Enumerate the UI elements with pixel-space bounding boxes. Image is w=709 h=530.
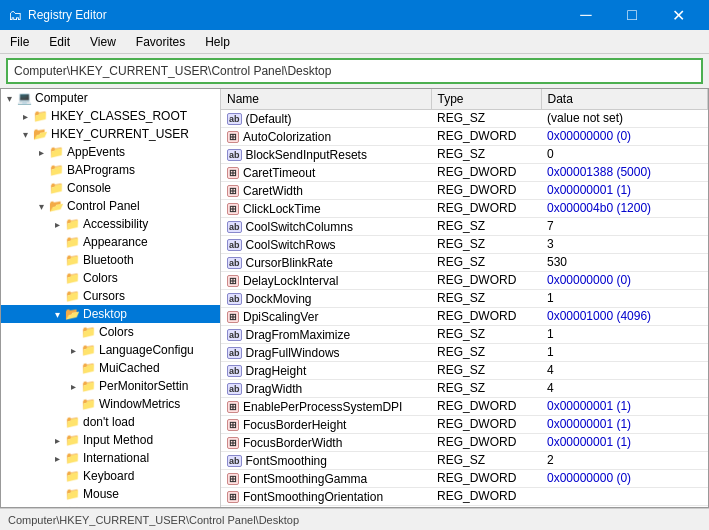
table-row[interactable]: ab FontSmoothingREG_SZ2 [221,451,708,469]
tree-node-windowmetrics[interactable]: 📁WindowMetrics [1,395,220,413]
table-row[interactable]: ab CoolSwitchRowsREG_SZ3 [221,235,708,253]
tree-node-cursors[interactable]: 📁Cursors [1,287,220,305]
tree-toggle[interactable]: ▸ [49,435,65,446]
menu-item-edit[interactable]: Edit [39,30,80,53]
menu-item-view[interactable]: View [80,30,126,53]
table-row[interactable]: ⊞ ClickLockTimeREG_DWORD0x000004b0 (1200… [221,199,708,217]
tree-node-controlpanel[interactable]: ▾📂Control Panel [1,197,220,215]
menu-item-help[interactable]: Help [195,30,240,53]
folder-icon: 📁 [33,109,48,123]
tree-node-keyboard[interactable]: 📁Keyboard [1,467,220,485]
tree-panel: ▾💻Computer▸📁HKEY_CLASSES_ROOT▾📂HKEY_CURR… [1,89,221,507]
bin-icon: ⊞ [227,401,239,413]
close-button[interactable]: ✕ [655,0,701,30]
folder-icon: 📂 [49,199,64,213]
folder-icon: 📁 [65,433,80,447]
tree-node-permonitorsetting[interactable]: ▸📁PerMonitorSettin [1,377,220,395]
tree-node-label: Desktop [83,307,127,321]
ab-icon: ab [227,221,242,233]
tree-toggle[interactable]: ▾ [1,93,17,104]
table-row[interactable]: ⊞ DpiScalingVerREG_DWORD0x00001000 (4096… [221,307,708,325]
tree-node-bluetooth[interactable]: 📁Bluetooth [1,251,220,269]
reg-name: ab DockMoving [221,289,431,307]
table-row[interactable]: ⊞ FontSmoothingOrientationREG_DWORD [221,487,708,505]
table-row[interactable]: ⊞ EnablePerProcessSystemDPIREG_DWORD0x00… [221,397,708,415]
tree-toggle[interactable]: ▸ [49,219,65,230]
tree-node-label: MuiCached [99,361,160,375]
tree-node-appevents[interactable]: ▸📁AppEvents [1,143,220,161]
tree-node-desktopcolors[interactable]: 📁Colors [1,323,220,341]
tree-node-appearance[interactable]: 📁Appearance [1,233,220,251]
reg-type: REG_DWORD [431,487,541,505]
folder-icon: 📁 [81,343,96,357]
tree-node-label: International [83,451,149,465]
tree-node-label: Keyboard [83,469,134,483]
tree-node-languageconfig[interactable]: ▸📁LanguageConfigu [1,341,220,359]
minimize-button[interactable]: ─ [563,0,609,30]
folder-icon: 📁 [49,163,64,177]
reg-data: 530 [541,253,708,271]
tree-node-label: Colors [83,271,118,285]
tree-node-baprograms[interactable]: 📁BAPrograms [1,161,220,179]
maximize-button[interactable]: □ [609,0,655,30]
menu-item-file[interactable]: File [0,30,39,53]
reg-name: ⊞ FocusBorderWidth [221,433,431,451]
tree-node-computer[interactable]: ▾💻Computer [1,89,220,107]
reg-type: REG_DWORD [431,163,541,181]
table-row[interactable]: ab DragFromMaximizeREG_SZ1 [221,325,708,343]
table-row[interactable]: ⊞ AutoColorizationREG_DWORD0x00000000 (0… [221,127,708,145]
tree-node-desktop[interactable]: ▾📂Desktop [1,305,220,323]
tree-node-label: WindowMetrics [99,397,180,411]
tree-node-international[interactable]: ▸📁International [1,449,220,467]
folder-icon: 📁 [65,487,80,501]
table-row[interactable]: ⊞ FontSmoothingGammaREG_DWORD0x00000000 … [221,469,708,487]
table-row[interactable]: ⊞ CaretTimeoutREG_DWORD0x00001388 (5000) [221,163,708,181]
table-row[interactable]: ab DragWidthREG_SZ4 [221,379,708,397]
menu-item-favorites[interactable]: Favorites [126,30,195,53]
table-row[interactable]: ab DockMovingREG_SZ1 [221,289,708,307]
tree-toggle[interactable]: ▾ [49,309,65,320]
tree-node-console[interactable]: 📁Console [1,179,220,197]
tree-node-label: Control Panel [67,199,140,213]
table-row[interactable]: ⊞ CaretWidthREG_DWORD0x00000001 (1) [221,181,708,199]
tree-node-muicached[interactable]: 📁MuiCached [1,359,220,377]
reg-data: 0x00000001 (1) [541,433,708,451]
tree-node-inputmethod[interactable]: ▸📁Input Method [1,431,220,449]
table-row[interactable]: ab BlockSendInputResetsREG_SZ0 [221,145,708,163]
folder-icon: 📁 [65,253,80,267]
ab-icon: ab [227,149,242,161]
table-row[interactable]: ⊞ DelayLockIntervalREG_DWORD0x00000000 (… [221,271,708,289]
reg-name: ab DragHeight [221,361,431,379]
tree-node-hkcr[interactable]: ▸📁HKEY_CLASSES_ROOT [1,107,220,125]
tree-toggle[interactable]: ▸ [33,147,49,158]
tree-toggle[interactable]: ▸ [49,453,65,464]
table-row[interactable]: ab CoolSwitchColumnsREG_SZ7 [221,217,708,235]
reg-name: ab (Default) [221,109,431,127]
address-bar[interactable]: Computer\HKEY_CURRENT_USER\Control Panel… [6,58,703,84]
reg-name: ab DragFromMaximize [221,325,431,343]
tree-toggle[interactable]: ▾ [33,201,49,212]
col-name: Name [221,89,431,109]
tree-toggle[interactable]: ▸ [65,345,81,356]
table-row[interactable]: ⊞ FocusBorderWidthREG_DWORD0x00000001 (1… [221,433,708,451]
tree-node-colors[interactable]: 📁Colors [1,269,220,287]
tree-node-dontload[interactable]: 📁don't load [1,413,220,431]
tree-toggle[interactable]: ▸ [17,111,33,122]
table-row[interactable]: ⊞ FocusBorderHeightREG_DWORD0x00000001 (… [221,415,708,433]
col-type: Type [431,89,541,109]
reg-name: ab CursorBlinkRate [221,253,431,271]
tree-node-mouse[interactable]: 📁Mouse [1,485,220,503]
tree-toggle[interactable]: ▸ [65,381,81,392]
reg-data: 0x00001388 (5000) [541,163,708,181]
reg-data: 3 [541,235,708,253]
table-row[interactable]: ab DragHeightREG_SZ4 [221,361,708,379]
reg-type: REG_SZ [431,379,541,397]
table-row[interactable]: ab (Default)REG_SZ(value not set) [221,109,708,127]
tree-node-notifyiconsettings[interactable]: 📁NotifyIconSettings [1,503,220,507]
tree-node-hkcu[interactable]: ▾📂HKEY_CURRENT_USER [1,125,220,143]
table-row[interactable]: ab CursorBlinkRateREG_SZ530 [221,253,708,271]
tree-node-accessibility[interactable]: ▸📁Accessibility [1,215,220,233]
tree-node-label: NotifyIconSettings [83,505,180,507]
table-row[interactable]: ab DragFullWindowsREG_SZ1 [221,343,708,361]
tree-toggle[interactable]: ▾ [17,129,33,140]
